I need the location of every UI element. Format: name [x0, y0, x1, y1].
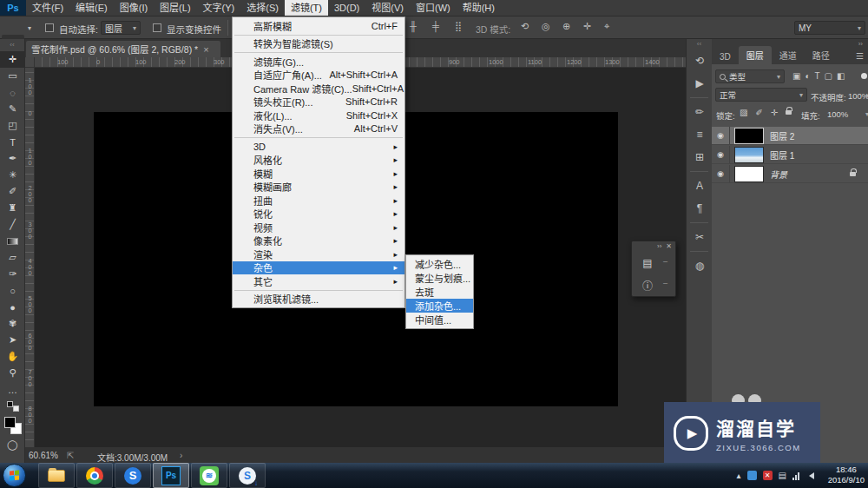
expand-dock-icon[interactable]: ‹‹	[687, 39, 712, 49]
status-expand-icon[interactable]: ›	[180, 451, 182, 460]
taskbar-xunlei[interactable]: ≋	[191, 463, 227, 488]
workspace-dropdown[interactable]: MY▾	[794, 21, 865, 35]
menu-文件F[interactable]: 文件(F)	[26, 0, 69, 16]
filter-menu-item-CameraRaw滤镜C[interactable]: Camera Raw 滤镜(C)...Shift+Ctrl+A	[233, 82, 404, 96]
filter-menu-item-风格化[interactable]: 风格化▸	[233, 154, 404, 168]
3d-scale-icon[interactable]: ⌖	[604, 21, 609, 32]
filter-menu-item-杂色[interactable]: 杂色▸	[233, 261, 404, 275]
zoom-level[interactable]: 60.61%	[29, 451, 58, 460]
tab-3D[interactable]: 3D	[712, 49, 739, 64]
smudge-tool-icon[interactable]: ✾	[0, 315, 25, 332]
export-icon[interactable]: ⇱	[67, 451, 74, 460]
taskbar-sogou-browser[interactable]: S	[115, 463, 151, 488]
filter-image-icon[interactable]: ▣	[792, 71, 800, 81]
brush-tool-icon[interactable]: ✐	[0, 183, 25, 200]
menu-视图V[interactable]: 视图(V)	[365, 0, 410, 16]
lock-all-icon[interactable]	[786, 110, 792, 115]
crop-tool-icon[interactable]: ◰	[0, 117, 25, 134]
layer-name[interactable]: 图层 1	[770, 148, 794, 162]
layer-name[interactable]: 背景	[770, 168, 787, 181]
filter-adjustment-icon[interactable]: ◐	[805, 71, 810, 81]
filter-menu-item-渲染[interactable]: 渲染▸	[233, 247, 404, 261]
taskbar-explorer[interactable]	[38, 463, 75, 488]
taskbar-clock[interactable]: 18:46 2016/9/10	[828, 465, 865, 485]
volume-icon[interactable]	[806, 472, 814, 479]
menu-图层L[interactable]: 图层(L)	[154, 0, 196, 16]
menu-帮助H[interactable]: 帮助(H)	[457, 0, 501, 16]
rectangular-marquee-tool-icon[interactable]: ▭	[0, 68, 25, 84]
align-vertical-centers-icon[interactable]: ╫	[410, 21, 417, 31]
tray-security-icon[interactable]: ✕	[763, 471, 773, 480]
auto-select-checkbox[interactable]	[45, 23, 54, 32]
filter-menu-item-自适应广角A[interactable]: 自适应广角(A)...Alt+Shift+Ctrl+A	[233, 69, 404, 82]
layer-row[interactable]: ◉背景	[712, 165, 868, 183]
move-tool-icon[interactable]: ✛	[0, 51, 25, 68]
spot-healing-brush-tool-icon[interactable]: ✳	[0, 167, 25, 183]
swap-colors-mini-icon[interactable]	[0, 398, 25, 414]
layer-filter-dropdown[interactable]: 类型 ▾	[715, 69, 785, 83]
foreground-background-swatches-icon[interactable]	[0, 414, 25, 437]
filter-menu-item-滤镜库G[interactable]: 滤镜库(G)...	[233, 55, 404, 69]
menu-窗口W[interactable]: 窗口(W)	[410, 0, 457, 16]
close-float-panel-icon[interactable]: ✕	[666, 242, 672, 252]
taskbar-photoshop[interactable]: Ps	[153, 463, 189, 488]
layer-visibility-icon[interactable]: ◉	[712, 127, 730, 144]
start-button[interactable]	[3, 464, 26, 487]
clone-source-panel-icon[interactable]: ⊞	[687, 146, 713, 168]
pencil-tool-icon[interactable]: ╱	[0, 216, 25, 233]
menu-文字Y[interactable]: 文字(Y)	[197, 0, 241, 16]
blur-tool-icon[interactable]: ●	[0, 299, 25, 315]
brush-presets-panel-icon[interactable]: ≡	[687, 123, 713, 146]
menu-编辑E[interactable]: 编辑(E)	[69, 0, 114, 16]
filter-menu-item-锐化[interactable]: 锐化▸	[233, 208, 404, 221]
properties-panel-icon[interactable]: ▤	[638, 254, 657, 272]
noise-submenu-item-减少杂色[interactable]: 减少杂色...	[406, 257, 473, 271]
tray-expand-icon[interactable]: ▴	[737, 471, 741, 480]
3d-drag-icon[interactable]: ⊕	[562, 21, 570, 32]
quick-mask-toggle-icon[interactable]: ◯	[0, 437, 25, 453]
menu-选择S[interactable]: 选择(S)	[240, 0, 285, 16]
filter-menu-item-模糊[interactable]: 模糊▸	[233, 167, 404, 181]
show-transform-checkbox[interactable]	[153, 23, 161, 32]
lock-image-pixels-icon[interactable]: ✐	[755, 108, 762, 117]
type-tool-icon[interactable]: T	[0, 134, 25, 150]
creative-cloud-icon[interactable]: ◍	[687, 254, 713, 277]
close-tab-icon[interactable]: ×	[203, 44, 208, 55]
measure-panel-icon[interactable]: ✂	[687, 226, 713, 248]
quick-selection-tool-icon[interactable]: ✎	[0, 101, 25, 117]
filter-menu-item-3D[interactable]: 3D▸	[233, 140, 404, 154]
hand-tool-icon[interactable]: ✋	[0, 348, 25, 365]
menu-图像I[interactable]: 图像(I)	[114, 0, 154, 16]
brush-panel-icon[interactable]: ✏	[687, 101, 713, 123]
lock-transparent-pixels-icon[interactable]: ▨	[740, 108, 747, 117]
history-panel-icon[interactable]: ⟲	[687, 49, 713, 72]
layer-visibility-icon[interactable]: ◉	[712, 165, 730, 182]
align-horizontal-centers-icon[interactable]: ╪	[432, 21, 439, 31]
taskbar-chrome[interactable]	[76, 463, 113, 488]
clone-stamp-tool-icon[interactable]: ♜	[0, 200, 25, 216]
lasso-tool-icon[interactable]: ◌	[0, 84, 25, 101]
filter-menu-item-扭曲[interactable]: 扭曲▸	[233, 194, 404, 208]
more-tools-icon[interactable]: …	[0, 381, 25, 398]
filter-menu-item-转换为智能滤镜S[interactable]: 转换为智能滤镜(S)	[233, 37, 404, 51]
layer-name[interactable]: 图层 2	[770, 129, 794, 142]
panel-menu-icon[interactable]: ☰	[856, 51, 864, 61]
zoom-tool-icon[interactable]: ⚲	[0, 365, 25, 381]
tray-messenger-icon[interactable]	[747, 471, 757, 480]
info-panel-icon[interactable]: ⓘ	[638, 276, 657, 293]
tool-preset-chevron-icon[interactable]: ▾	[28, 24, 31, 32]
pen-tool-icon[interactable]: ✑	[0, 266, 25, 282]
layer-thumbnail[interactable]	[734, 147, 764, 163]
layer-row[interactable]: ◉图层 1	[712, 146, 868, 164]
eyedropper-tool-icon[interactable]: ✒	[0, 150, 25, 167]
filter-menu-item-其它[interactable]: 其它▸	[233, 274, 404, 288]
menu-滤镜T[interactable]: 滤镜(T)	[285, 0, 328, 16]
filter-menu-item-浏览联机滤镜[interactable]: 浏览联机滤镜...	[233, 293, 404, 307]
filter-menu-item-镜头校正R[interactable]: 镜头校正(R)...Shift+Ctrl+R	[233, 96, 404, 109]
tray-app-icon[interactable]: ▤	[779, 471, 786, 480]
path-selection-tool-icon[interactable]: ➤	[0, 332, 25, 348]
3d-rotate-icon[interactable]: ⟲	[521, 21, 529, 32]
document-tab[interactable]: 雪花制作.psd @ 60.6% (图层 2, RGB/8) * ×	[26, 41, 220, 57]
taskbar-sogou-download[interactable]: S	[229, 463, 266, 488]
collapse-toolbar-icon[interactable]: ‹‹	[0, 39, 24, 51]
